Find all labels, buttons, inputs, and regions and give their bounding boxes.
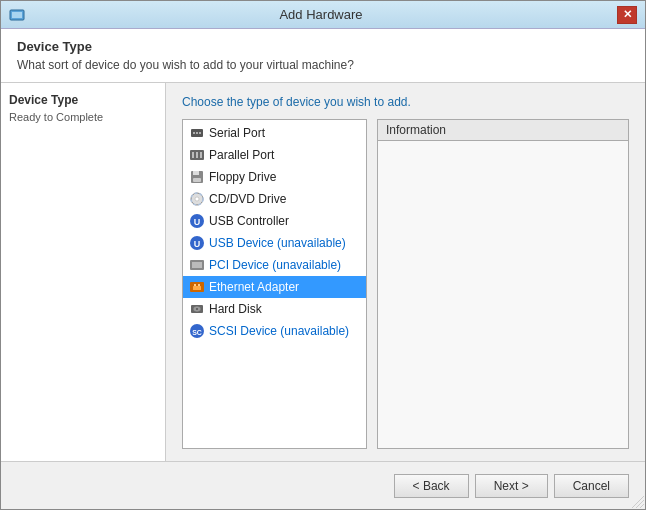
- usb-icon: U: [189, 235, 205, 251]
- device-label-hard-disk: Hard Disk: [209, 302, 262, 316]
- svg-rect-7: [192, 152, 194, 158]
- svg-rect-13: [193, 178, 201, 182]
- device-list[interactable]: Serial PortParallel PortFloppy DriveCD/D…: [182, 119, 367, 449]
- svg-text:SC: SC: [192, 329, 202, 336]
- pci-icon: [189, 257, 205, 273]
- sidebar-device-type: Device Type: [9, 93, 157, 107]
- svg-rect-25: [194, 284, 196, 286]
- device-item-pci-device[interactable]: PCI Device (unavailable): [183, 254, 366, 276]
- device-label-pci-device: PCI Device (unavailable): [209, 258, 341, 272]
- close-button[interactable]: ✕: [617, 6, 637, 24]
- header-section: Device Type What sort of device do you w…: [1, 29, 645, 83]
- info-panel-title: Information: [378, 120, 628, 141]
- device-label-floppy-drive: Floppy Drive: [209, 170, 276, 184]
- device-item-cd-dvd-drive[interactable]: CD/DVD Drive: [183, 188, 366, 210]
- svg-rect-8: [196, 152, 198, 158]
- svg-line-34: [640, 504, 644, 508]
- svg-rect-24: [193, 286, 201, 290]
- info-panel: Information: [377, 119, 629, 449]
- resize-handle[interactable]: [632, 496, 644, 508]
- device-label-ethernet-adapter: Ethernet Adapter: [209, 280, 299, 294]
- device-item-usb-device[interactable]: UUSB Device (unavailable): [183, 232, 366, 254]
- device-item-hard-disk[interactable]: Hard Disk: [183, 298, 366, 320]
- svg-line-33: [636, 500, 644, 508]
- header-description: What sort of device do you wish to add t…: [17, 58, 629, 72]
- cancel-button[interactable]: Cancel: [554, 474, 629, 498]
- main-description: Choose the type of device you wish to ad…: [182, 95, 629, 109]
- title-bar: Add Hardware ✕: [1, 1, 645, 29]
- floppy-icon: [189, 169, 205, 185]
- scsi-icon: SC: [189, 323, 205, 339]
- info-panel-content: [378, 141, 628, 448]
- device-item-ethernet-adapter[interactable]: Ethernet Adapter: [183, 276, 366, 298]
- svg-text:U: U: [194, 239, 201, 249]
- window-icon: [9, 7, 25, 23]
- window-title: Add Hardware: [25, 7, 617, 22]
- serial-icon: [189, 125, 205, 141]
- back-button[interactable]: < Back: [394, 474, 469, 498]
- device-item-serial-port[interactable]: Serial Port: [183, 122, 366, 144]
- content-area: Device Type Ready to Complete Choose the…: [1, 83, 645, 461]
- device-label-scsi-device: SCSI Device (unavailable): [209, 324, 349, 338]
- device-label-parallel-port: Parallel Port: [209, 148, 274, 162]
- svg-rect-12: [199, 171, 202, 174]
- svg-point-29: [196, 308, 198, 310]
- sidebar: Device Type Ready to Complete: [1, 83, 166, 461]
- svg-text:U: U: [194, 217, 201, 227]
- svg-rect-11: [193, 171, 199, 175]
- main-panel: Choose the type of device you wish to ad…: [166, 83, 645, 461]
- device-item-usb-controller[interactable]: UUSB Controller: [183, 210, 366, 232]
- device-label-serial-port: Serial Port: [209, 126, 265, 140]
- svg-point-4: [196, 132, 198, 134]
- svg-point-15: [195, 197, 199, 201]
- ethernet-icon: [189, 279, 205, 295]
- device-list-info-container: Serial PortParallel PortFloppy DriveCD/D…: [182, 119, 629, 449]
- device-label-usb-controller: USB Controller: [209, 214, 289, 228]
- next-button[interactable]: Next >: [475, 474, 548, 498]
- device-item-floppy-drive[interactable]: Floppy Drive: [183, 166, 366, 188]
- device-item-scsi-device[interactable]: SCSCSI Device (unavailable): [183, 320, 366, 342]
- svg-point-5: [199, 132, 201, 134]
- device-label-usb-device: USB Device (unavailable): [209, 236, 346, 250]
- sidebar-ready-complete: Ready to Complete: [9, 111, 157, 123]
- header-title: Device Type: [17, 39, 629, 54]
- harddisk-icon: [189, 301, 205, 317]
- footer: < Back Next > Cancel: [1, 461, 645, 509]
- parallel-icon: [189, 147, 205, 163]
- usb-icon: U: [189, 213, 205, 229]
- svg-point-3: [193, 132, 195, 134]
- svg-rect-9: [200, 152, 202, 158]
- svg-rect-1: [12, 12, 22, 18]
- cd-icon: [189, 191, 205, 207]
- svg-rect-26: [198, 284, 200, 286]
- device-item-parallel-port[interactable]: Parallel Port: [183, 144, 366, 166]
- svg-rect-22: [192, 262, 202, 268]
- device-label-cd-dvd-drive: CD/DVD Drive: [209, 192, 286, 206]
